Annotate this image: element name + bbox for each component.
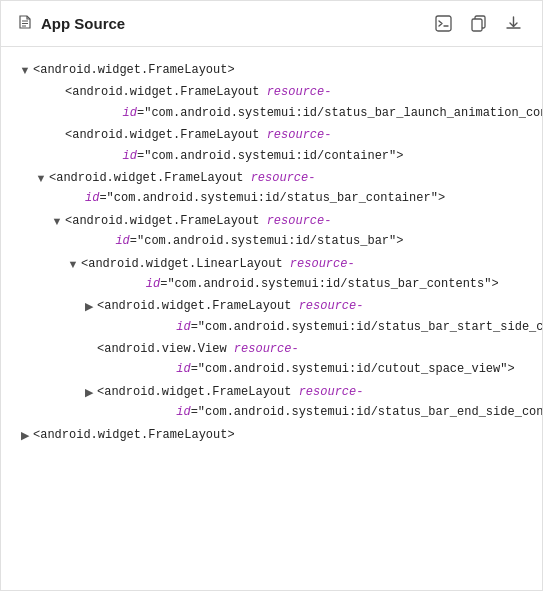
tag-value: ="com.android.systemui:id/status_bar_con… <box>99 191 445 205</box>
node-text: <android.widget.FrameLayout resource- id… <box>97 296 542 337</box>
tag-name: <android.widget.FrameLayout <box>65 85 267 99</box>
svg-rect-6 <box>472 19 482 31</box>
tag-name: <android.widget.FrameLayout> <box>33 428 235 442</box>
tag-value: ="com.android.systemui:id/status_bar_end… <box>191 405 542 419</box>
header-left: App Source <box>17 14 125 33</box>
node-text: <android.widget.FrameLayout resource- id… <box>97 382 542 423</box>
node-row[interactable]: <android.widget.FrameLayout resource- id… <box>1 210 542 253</box>
node-text: <android.widget.FrameLayout> <box>33 425 542 445</box>
node-row[interactable]: <android.widget.LinearLayout resource- i… <box>1 253 542 296</box>
tag-name: <android.widget.FrameLayout <box>49 171 251 185</box>
tree-node: <android.widget.LinearLayout resource- i… <box>1 253 542 296</box>
node-text: <android.view.View resource- id="com.and… <box>97 339 542 380</box>
node-text: <android.widget.FrameLayout resource- id… <box>65 82 542 123</box>
tree-node: <android.widget.FrameLayout resource- id… <box>1 381 542 424</box>
tag-value: ="com.android.systemui:id/status_bar_con… <box>160 277 498 291</box>
node-text: <android.widget.FrameLayout> <box>33 60 542 80</box>
file-icon <box>17 14 33 33</box>
panel-header: App Source <box>1 1 542 47</box>
tag-value: ="com.android.systemui:id/container"> <box>137 149 403 163</box>
terminal-button[interactable] <box>431 13 456 34</box>
tag-value: ="com.android.systemui:id/status_bar_sta… <box>191 320 542 334</box>
tree-node: <android.view.View resource- id="com.and… <box>1 338 542 381</box>
node-text: <android.widget.FrameLayout resource- id… <box>65 125 542 166</box>
tag-name: <android.widget.LinearLayout <box>81 257 290 271</box>
tag-name: <android.widget.FrameLayout <box>97 299 299 313</box>
tree-node: <android.widget.FrameLayout resource- id… <box>1 210 542 253</box>
tag-name: <android.widget.FrameLayout <box>97 385 299 399</box>
tree-node: <android.widget.FrameLayout> <box>1 424 542 446</box>
toggle-icon[interactable] <box>81 382 97 402</box>
app-source-panel: App Source <box>0 0 543 591</box>
tag-value: ="com.android.systemui:id/cutout_space_v… <box>191 362 515 376</box>
copy-button[interactable] <box>466 13 491 34</box>
tag-value: ="com.android.systemui:id/status_bar_lau… <box>137 106 542 120</box>
svg-rect-3 <box>436 16 451 31</box>
toggle-icon[interactable] <box>17 60 33 80</box>
tree-node: <android.widget.FrameLayout resource- id… <box>1 295 542 338</box>
node-text: <android.widget.LinearLayout resource- i… <box>81 254 542 295</box>
node-text: <android.widget.FrameLayout resource- id… <box>65 211 542 252</box>
node-row[interactable]: <android.widget.FrameLayout resource- id… <box>1 124 542 167</box>
tag-name: <android.widget.FrameLayout <box>65 214 267 228</box>
node-row[interactable]: <android.widget.FrameLayout> <box>1 424 542 446</box>
tree-node: <android.widget.FrameLayout resource- id… <box>1 124 542 167</box>
tree-content: <android.widget.FrameLayout> <android.wi… <box>1 47 542 590</box>
node-row[interactable]: <android.view.View resource- id="com.and… <box>1 338 542 381</box>
node-row[interactable]: <android.widget.FrameLayout resource- id… <box>1 81 542 124</box>
node-row[interactable]: <android.widget.FrameLayout resource- id… <box>1 381 542 424</box>
tree-node: <android.widget.FrameLayout resource- id… <box>1 81 542 124</box>
node-row[interactable]: <android.widget.FrameLayout> <box>1 59 542 81</box>
toggle-icon[interactable] <box>65 254 81 274</box>
node-row[interactable]: <android.widget.FrameLayout resource- id… <box>1 295 542 338</box>
tag-name: <android.widget.FrameLayout <box>65 128 267 142</box>
toggle-icon[interactable] <box>49 211 65 231</box>
tag-value: ="com.android.systemui:id/status_bar"> <box>130 234 404 248</box>
toggle-icon[interactable] <box>17 425 33 445</box>
panel-title: App Source <box>41 15 125 32</box>
tree-node: <android.widget.FrameLayout resource- id… <box>1 167 542 210</box>
header-actions <box>431 13 526 34</box>
tag-name: <android.widget.FrameLayout> <box>33 63 235 77</box>
toggle-icon[interactable] <box>81 296 97 316</box>
tag-name: <android.view.View <box>97 342 234 356</box>
download-button[interactable] <box>501 13 526 34</box>
node-row[interactable]: <android.widget.FrameLayout resource- id… <box>1 167 542 210</box>
toggle-icon[interactable] <box>33 168 49 188</box>
node-text: <android.widget.FrameLayout resource- id… <box>49 168 542 209</box>
tree-node: <android.widget.FrameLayout> <box>1 59 542 81</box>
